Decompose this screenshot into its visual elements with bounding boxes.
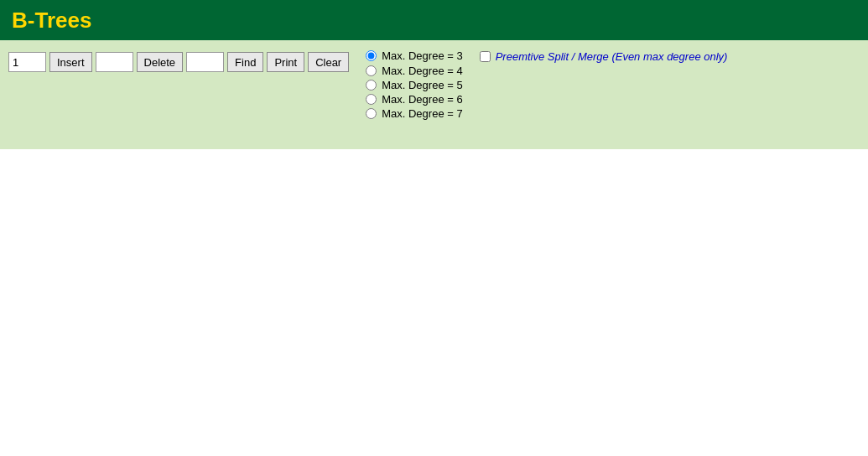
delete-input[interactable] [96,52,133,72]
preemptive-checkbox[interactable] [480,51,491,62]
canvas-area [0,149,868,456]
insert-button[interactable]: Insert [49,52,92,72]
clear-button[interactable]: Clear [308,52,349,72]
preemptive-label: Preemtive Split / Merge (Even max degree… [496,50,728,63]
radio-deg3[interactable]: Max. Degree = 3 [366,49,462,62]
controls-right: Max. Degree = 3 Preemtive Split / Merge … [366,49,727,120]
options-row: Insert Delete Find Print Clear Max. Degr… [8,49,727,120]
radio-deg5[interactable]: Max. Degree = 5 [366,79,727,91]
insert-input[interactable] [8,52,46,72]
radio-deg6[interactable]: Max. Degree = 6 [366,93,727,106]
find-button[interactable]: Find [227,52,263,72]
radio-deg7[interactable]: Max. Degree = 7 [366,107,727,120]
delete-button[interactable]: Delete [137,52,184,72]
app-title: B-Trees [12,8,91,34]
preemptive-row: Preemtive Split / Merge (Even max degree… [480,50,728,63]
app-header: B-Trees [0,0,868,40]
toolbar: Insert Delete Find Print Clear Max. Degr… [0,40,868,149]
find-input[interactable] [186,52,224,72]
radio-deg4[interactable]: Max. Degree = 4 [366,65,727,77]
controls-left: Insert Delete Find Print Clear [8,52,349,72]
print-button[interactable]: Print [267,52,304,72]
